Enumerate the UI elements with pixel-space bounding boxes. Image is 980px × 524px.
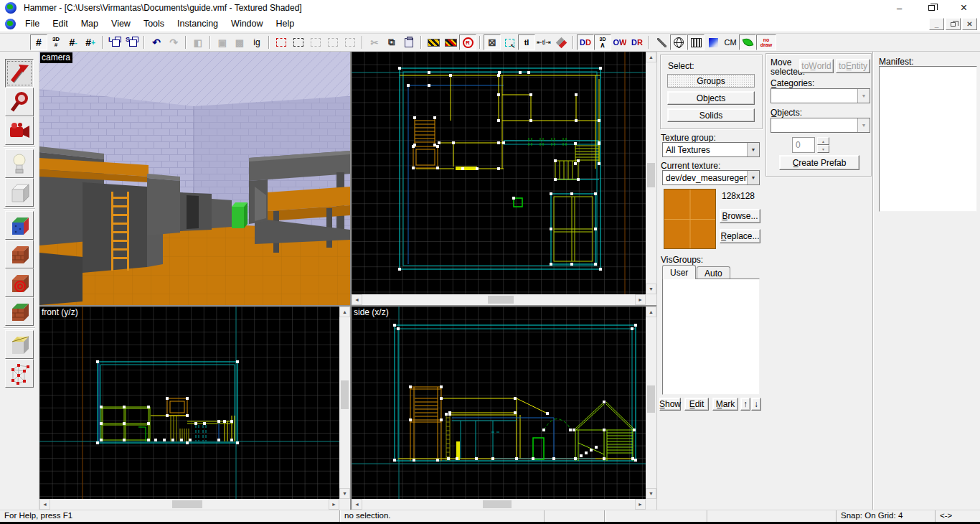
scrollbar-thumb[interactable] [483,500,512,508]
camera-3d-canvas[interactable] [39,52,350,305]
to-world-button[interactable]: toW̲orld [799,59,834,73]
visgroups-tab-auto[interactable]: Auto [697,266,730,279]
entity-tool-button[interactable] [5,149,34,178]
ignore-groups-button[interactable]: ig [248,34,265,50]
viewport-3d[interactable]: camera [39,52,350,305]
scrollbar-thumb[interactable] [647,385,655,413]
minimize-button[interactable]: – [883,0,915,16]
side-2d-canvas[interactable] [352,307,646,499]
scroll-up-button[interactable]: ▲ [339,307,350,317]
horizontal-scrollbar[interactable]: ◄ ► [352,499,646,510]
scroll-left-button[interactable]: ◄ [352,294,362,305]
save-window-state-button[interactable]: S [123,34,141,50]
vertex-tool-button[interactable] [5,359,34,388]
cordon-option-button[interactable] [324,34,341,50]
select-inside-button[interactable]: ↖ [501,34,518,50]
radius-culling-button[interactable]: R [459,34,476,50]
viewport-side[interactable]: side (x/z) ▲ ▼ ◄ ► [352,307,656,510]
visgroup-edit-button[interactable]: E̲dit [684,398,709,411]
magnify-tool-button[interactable] [5,88,34,116]
hide-unselected-button[interactable] [442,34,459,50]
replace-button[interactable]: R̲eplace... [720,229,760,243]
select-touching-button[interactable]: ⊠ [484,34,501,50]
redo-button[interactable]: ↷ [165,34,182,50]
to-entity-button[interactable]: toE̲ntity [836,59,870,73]
visgroups-list[interactable] [662,279,760,395]
texture-application-button[interactable] [552,34,570,50]
carve-button[interactable]: ◧ [189,34,207,50]
spin-down-button[interactable]: ▼ [817,145,829,153]
select-groups-button[interactable]: Groups [667,74,755,88]
menu-file[interactable]: File [19,17,46,31]
vertical-scrollbar[interactable]: ▲ ▼ [339,307,350,499]
horizontal-scrollbar[interactable]: ◄ ► [39,499,339,510]
display-wireframe-button[interactable]: OW [611,34,628,50]
smaller-grid-button[interactable]: #- [65,34,82,50]
group-button[interactable]: ▣ [214,34,231,50]
scrollbar-thumb[interactable] [488,296,514,304]
toggle-cordon-button[interactable] [273,34,290,50]
visgroup-down-button[interactable]: ↓ [751,398,761,411]
larger-grid-button[interactable]: #+ [82,34,99,50]
block-tool-button[interactable] [5,178,34,207]
display-render-button[interactable]: DR [628,34,646,50]
copy-button[interactable]: ⧉ [383,34,400,50]
undo-button[interactable]: ↶ [148,34,165,50]
texture-application-tool-button[interactable] [5,211,34,240]
toggle-models-button[interactable] [670,34,687,50]
grid-3d-button[interactable]: 3D# [47,34,65,50]
ungroup-button[interactable]: ▩ [231,34,248,50]
close-button[interactable]: × [948,0,980,16]
vertical-scrollbar[interactable]: ▲ ▼ [646,52,656,294]
restore-button[interactable] [915,0,948,16]
browse-button[interactable]: B̲rowse... [720,209,760,223]
menu-tools[interactable]: Tools [137,17,171,31]
create-prefab-button[interactable]: C̲reate Prefab [779,155,859,170]
model-fade-button[interactable] [705,34,722,50]
cm-button[interactable]: CM [722,34,739,50]
scrollbar-thumb[interactable] [172,500,202,508]
visgroup-show-button[interactable]: S̲how [659,398,681,411]
visgroup-mark-button[interactable]: M̲ark [712,398,738,411]
apply-texture-tool-button[interactable] [5,240,34,268]
nodraw-button[interactable]: nodraw [756,34,776,50]
cordon-option-button[interactable] [307,34,324,50]
current-texture-combobox[interactable]: dev/dev_measuregene ▼ [662,170,760,185]
select-objects-button[interactable]: Objects [667,91,755,105]
scrollbar-thumb[interactable] [341,380,349,409]
cordon-option-button[interactable] [341,34,359,50]
chevron-down-icon[interactable]: ▼ [747,143,759,156]
prefab-count-field[interactable]: 0 [792,137,815,153]
menu-edit[interactable]: Edit [46,17,75,31]
display-3d-angles-button[interactable]: 3D∧ [594,34,611,50]
select-solids-button[interactable]: Solids [667,108,755,122]
texture-scale-lock-button[interactable]: ⇤tl⇥ [535,34,552,50]
mdi-restore-button[interactable] [946,18,961,30]
chevron-down-icon[interactable]: ▼ [747,171,759,184]
scroll-left-button[interactable]: ◄ [39,499,50,510]
scroll-left-button[interactable]: ◄ [352,499,362,510]
mdi-minimize-button[interactable]: _ [929,18,944,30]
scroll-down-button[interactable]: ▼ [646,488,656,499]
viewport-top[interactable]: ▲ ▼ ◄ ► [352,52,656,305]
mdi-close-button[interactable]: ✕ [962,18,977,30]
display-entities-button[interactable]: DD [577,34,594,50]
visgroups-tab-user[interactable]: User [662,265,696,279]
selection-tool-button[interactable] [5,59,34,88]
scrollbar-thumb[interactable] [647,163,655,187]
load-window-state-button[interactable]: L [106,34,123,50]
snap-to-grid-button[interactable]: # [30,34,47,50]
chevron-down-icon[interactable]: ▼ [857,89,870,103]
menu-view[interactable]: View [105,17,137,31]
entity-report-button[interactable] [653,34,670,50]
texture-preview[interactable] [664,189,716,249]
menu-window[interactable]: Window [225,17,269,31]
scroll-right-button[interactable]: ► [329,499,339,510]
categories-combobox[interactable]: ▼ [771,88,870,103]
objects-combobox[interactable]: ▼ [771,118,870,133]
clipping-tool-button[interactable] [5,330,34,359]
paste-button[interactable] [400,34,418,50]
scroll-down-button[interactable]: ▼ [646,284,656,294]
decal-tool-button[interactable] [5,268,34,297]
fade-preview-button[interactable] [687,34,705,50]
